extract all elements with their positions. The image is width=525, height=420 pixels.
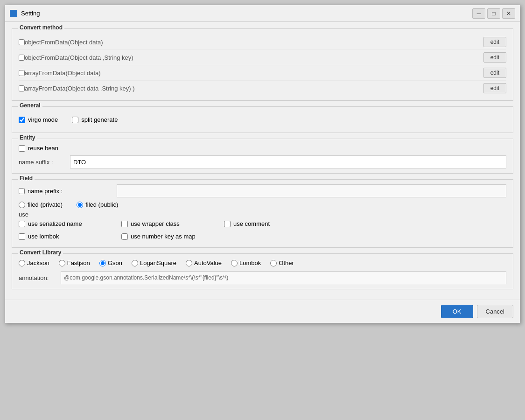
- autovalue-option[interactable]: AutoValue: [186, 259, 222, 266]
- use-wrapper-class-text: use wrapper class: [131, 220, 180, 227]
- lombok-radio[interactable]: [231, 260, 238, 266]
- name-suffix-row: name suffix :: [19, 155, 506, 168]
- jackson-option[interactable]: Jackson: [19, 259, 49, 266]
- other-radio[interactable]: [270, 260, 277, 266]
- convert-library-section: Convert Library Jackson Fastjson Gson: [12, 253, 513, 289]
- method4-checkbox[interactable]: [19, 85, 25, 91]
- method-row-4: arrayFromData(Object data ,String key) )…: [19, 81, 506, 96]
- filed-public-radio[interactable]: [77, 202, 83, 208]
- filed-public-label: filed (public): [85, 201, 118, 208]
- method3-checkbox[interactable]: [19, 70, 25, 76]
- entity-section-body: reuse bean name suffix :: [12, 139, 513, 173]
- split-generate-checkbox[interactable]: [72, 117, 78, 123]
- annotation-label: annotation:: [19, 274, 56, 281]
- field-section-label: Field: [18, 175, 35, 182]
- entity-section: Entity reuse bean name suffix :: [12, 139, 513, 174]
- use-number-key-as-map-checkbox[interactable]: [121, 233, 128, 240]
- name-prefix-label[interactable]: name prefix :: [19, 188, 112, 195]
- method1-checkbox[interactable]: [19, 39, 25, 45]
- method-row-3: arrayFromData(Object data) edit: [19, 65, 506, 81]
- method3-edit-button[interactable]: edit: [483, 68, 506, 78]
- maximize-button[interactable]: □: [487, 8, 500, 19]
- virgo-mode-label[interactable]: virgo mode: [19, 116, 58, 123]
- window-icon: [10, 10, 17, 17]
- autovalue-radio[interactable]: [186, 260, 192, 266]
- minimize-button[interactable]: ─: [472, 8, 485, 19]
- reuse-bean-checkbox[interactable]: [19, 145, 25, 152]
- cancel-button[interactable]: Cancel: [477, 305, 513, 318]
- filed-private-radio[interactable]: [19, 202, 25, 208]
- method1-label: objectFromData(Object data): [25, 39, 483, 46]
- other-label: Other: [279, 259, 294, 266]
- use-comment-text: use comment: [233, 220, 270, 227]
- use-label: use: [19, 211, 506, 218]
- method2-label: objectFromData(Object data ,String key): [25, 54, 483, 61]
- name-prefix-checkbox[interactable]: [19, 188, 25, 194]
- autovalue-label: AutoValue: [194, 259, 222, 266]
- library-section-body: Jackson Fastjson Gson LoganSquare: [12, 254, 513, 289]
- filed-public-option[interactable]: filed (public): [77, 201, 118, 208]
- use-col-1: use serialized name use lombok: [19, 220, 121, 243]
- title-bar: Setting ─ □ ✕: [5, 5, 520, 22]
- use-serialized-name-checkbox[interactable]: [19, 221, 25, 227]
- lombok-label: Lombok: [239, 259, 261, 266]
- use-checkboxes-group: use serialized name use lombok use wrapp…: [19, 220, 506, 243]
- use-number-key-as-map-text: use number key as map: [131, 233, 196, 240]
- dialog-footer: OK Cancel: [5, 300, 520, 323]
- use-comment-checkbox[interactable]: [224, 221, 231, 227]
- filed-private-label: filed (private): [28, 201, 63, 208]
- method4-edit-button[interactable]: edit: [483, 83, 506, 93]
- method-row-2: objectFromData(Object data ,String key) …: [19, 50, 506, 65]
- convert-method-section: Convert method objectFromData(Object dat…: [12, 28, 513, 101]
- close-button[interactable]: ✕: [502, 8, 515, 19]
- logansquare-option[interactable]: LoganSquare: [132, 259, 176, 266]
- method2-edit-button[interactable]: edit: [483, 52, 506, 63]
- filed-private-option[interactable]: filed (private): [19, 201, 63, 208]
- lombok-option[interactable]: Lombok: [231, 259, 261, 266]
- use-comment-label[interactable]: use comment: [224, 220, 327, 227]
- general-section: General virgo mode split generate: [12, 106, 513, 133]
- fastjson-label: Fastjson: [67, 259, 90, 266]
- use-lombok-label[interactable]: use lombok: [19, 233, 121, 240]
- reuse-bean-text: reuse bean: [28, 145, 58, 152]
- other-option[interactable]: Other: [270, 259, 294, 266]
- gson-radio[interactable]: [99, 260, 106, 266]
- fastjson-radio[interactable]: [59, 260, 65, 266]
- virgo-mode-checkbox[interactable]: [19, 117, 25, 123]
- split-generate-label[interactable]: split generate: [72, 116, 118, 123]
- method-row-1: objectFromData(Object data) edit: [19, 35, 506, 50]
- use-lombok-checkbox[interactable]: [19, 233, 25, 240]
- jackson-label: Jackson: [27, 259, 49, 266]
- gson-label: Gson: [108, 259, 122, 266]
- annotation-row: annotation:: [19, 271, 506, 284]
- convert-method-body: objectFromData(Object data) edit objectF…: [12, 29, 513, 100]
- name-prefix-input[interactable]: [117, 184, 506, 197]
- general-options-row: virgo mode split generate: [19, 112, 506, 128]
- method1-edit-button[interactable]: edit: [483, 37, 506, 47]
- entity-section-label: Entity: [18, 134, 37, 141]
- dialog-content: Convert method objectFromData(Object dat…: [5, 22, 520, 300]
- gson-option[interactable]: Gson: [99, 259, 122, 266]
- logansquare-radio[interactable]: [132, 260, 138, 266]
- use-wrapper-class-label[interactable]: use wrapper class: [121, 220, 224, 227]
- general-section-label: General: [18, 102, 42, 109]
- convert-library-section-label: Convert Library: [18, 249, 63, 256]
- fastjson-option[interactable]: Fastjson: [59, 259, 90, 266]
- settings-window: Setting ─ □ ✕ Convert method objectFromD…: [5, 5, 520, 323]
- name-suffix-label: name suffix :: [19, 159, 65, 166]
- name-suffix-input[interactable]: [70, 155, 506, 168]
- jackson-radio[interactable]: [19, 260, 25, 266]
- method2-checkbox[interactable]: [19, 55, 25, 61]
- filed-radio-group: filed (private) filed (public): [19, 201, 506, 208]
- ok-button[interactable]: OK: [441, 305, 473, 318]
- virgo-mode-text: virgo mode: [28, 116, 58, 123]
- use-wrapper-class-checkbox[interactable]: [121, 221, 128, 227]
- logansquare-label: LoganSquare: [140, 259, 176, 266]
- reuse-bean-label[interactable]: reuse bean: [19, 145, 506, 152]
- use-serialized-name-label[interactable]: use serialized name: [19, 220, 121, 227]
- use-lombok-text: use lombok: [28, 233, 59, 240]
- name-prefix-text: name prefix :: [28, 188, 63, 195]
- use-number-key-as-map-label[interactable]: use number key as map: [121, 233, 224, 240]
- use-col-3: use comment: [224, 220, 327, 243]
- annotation-input[interactable]: [61, 271, 506, 284]
